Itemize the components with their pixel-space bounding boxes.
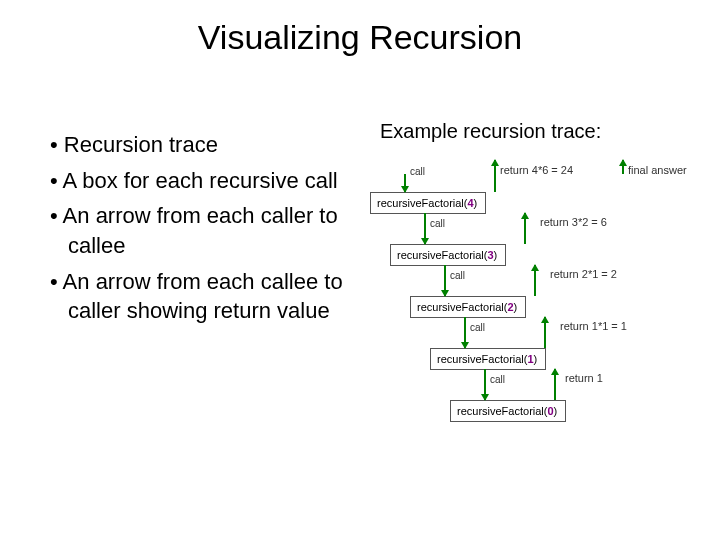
return-arrow-icon xyxy=(524,213,526,244)
list-item: An arrow from each caller to callee xyxy=(50,201,370,260)
return-label: return 2*1 = 2 xyxy=(550,268,617,280)
bullet-list: Recursion trace A box for each recursive… xyxy=(50,130,370,332)
call-label: call xyxy=(410,166,425,177)
return-arrow-icon xyxy=(544,317,546,348)
call-label: call xyxy=(450,270,465,281)
call-label: call xyxy=(470,322,485,333)
call-box: recursiveFactorial(1) xyxy=(430,348,546,370)
call-arrow-icon xyxy=(464,317,466,348)
call-box: recursiveFactorial(0) xyxy=(450,400,566,422)
return-arrow-icon xyxy=(534,265,536,296)
return-label: return 1 xyxy=(565,372,603,384)
list-item: A box for each recursive call xyxy=(50,166,370,196)
return-arrow-icon xyxy=(494,160,496,192)
call-box: recursiveFactorial(2) xyxy=(410,296,526,318)
diagram-title: Example recursion trace: xyxy=(380,120,601,143)
recursion-trace-diagram: call return 4*6 = 24 final answer recurs… xyxy=(370,160,700,510)
page-title: Visualizing Recursion xyxy=(0,18,720,57)
call-arrow-icon xyxy=(444,265,446,296)
call-label: call xyxy=(490,374,505,385)
call-box: recursiveFactorial(4) xyxy=(370,192,486,214)
call-arrow-icon xyxy=(404,174,406,192)
list-item: Recursion trace xyxy=(50,130,370,160)
return-arrow-icon xyxy=(554,369,556,400)
return-label: return 4*6 = 24 xyxy=(500,164,573,176)
call-arrow-icon xyxy=(484,369,486,400)
final-answer-label: final answer xyxy=(628,164,687,176)
final-arrow-icon xyxy=(622,160,624,174)
return-label: return 3*2 = 6 xyxy=(540,216,607,228)
call-arrow-icon xyxy=(424,213,426,244)
call-label: call xyxy=(430,218,445,229)
list-item: An arrow from each callee to caller show… xyxy=(50,267,370,326)
return-label: return 1*1 = 1 xyxy=(560,320,627,332)
call-box: recursiveFactorial(3) xyxy=(390,244,506,266)
